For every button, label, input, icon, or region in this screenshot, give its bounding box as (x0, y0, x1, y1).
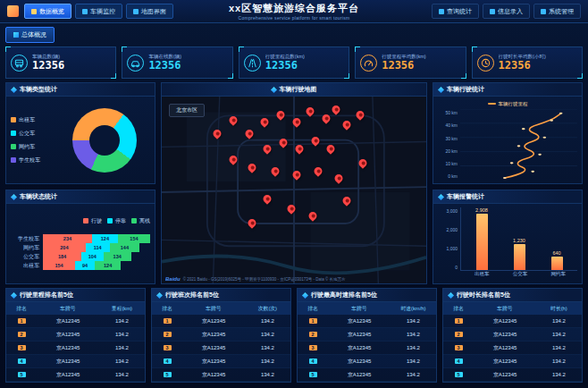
nav-left-item-0[interactable]: 数据概览 (24, 4, 71, 19)
map-pin[interactable] (229, 156, 237, 164)
map-pin[interactable] (311, 137, 319, 145)
table-body: 排名车牌号次数(次)1京A12345134.22京A12345134.23京A1… (152, 302, 290, 382)
vehicle-type-legend: 出租车公交车网约车学生校车 (11, 116, 55, 164)
map-pin[interactable] (292, 118, 300, 126)
table-cell: 1 (298, 315, 328, 328)
map-pin[interactable] (327, 145, 335, 153)
table-cell: 3 (298, 342, 328, 355)
ranking-table: 排名车牌号时长(h)1京A12345134.22京A12345134.23京A1… (443, 302, 582, 382)
table-cell: 京A12345 (474, 315, 536, 328)
nav-item-icon (31, 9, 37, 14)
y-tick-label: 40 km (438, 122, 458, 128)
map-pin[interactable] (335, 174, 343, 182)
table-cell: 2 (298, 328, 328, 342)
tab-overview-label: 总体概况 (21, 30, 46, 39)
nav-item-icon (439, 9, 444, 14)
nav-left-item-1[interactable]: 车辆监控 (75, 4, 122, 19)
map-pin[interactable] (308, 212, 316, 220)
map-pin[interactable] (295, 145, 303, 153)
table-cell: 134.2 (245, 355, 290, 368)
column-header: 车牌号 (37, 302, 99, 315)
rank-badge: 4 (18, 358, 26, 364)
map-pin[interactable] (332, 105, 340, 114)
status-bar-wrap: 15494124 (43, 261, 150, 270)
map-pin[interactable] (261, 118, 269, 126)
y-tick-label: 3,000 (438, 208, 458, 214)
status-bar: 184104134 (43, 252, 131, 261)
vehicle-type-chart-body: 出租车公交车网约车学生校车 (6, 97, 155, 183)
table-cell: 3 (443, 342, 474, 355)
table-row: 5京A12345134.2 (298, 368, 436, 382)
map-region-label[interactable]: 北京市区 (169, 104, 205, 117)
map-pin[interactable] (264, 195, 272, 203)
map-pin[interactable] (343, 197, 351, 205)
nav-right-item-0[interactable]: 查询统计 (432, 4, 479, 19)
table-row: 1京A12345134.2 (152, 315, 290, 328)
map-pin[interactable] (358, 159, 366, 167)
table-cell: 京A12345 (182, 328, 245, 342)
nav-item-label: 地图界面 (141, 8, 166, 14)
map-pin[interactable] (306, 107, 314, 115)
panel-diamond-icon (156, 291, 163, 298)
driving-y-axis: 50 km40 km30 km20 km10 km0 km (438, 109, 458, 180)
map-pin[interactable] (322, 114, 330, 122)
table-cell: 134.2 (536, 368, 582, 382)
nav-right-item-1[interactable]: 信息录入 (483, 4, 530, 19)
vehicle-type-donut-chart (72, 108, 137, 173)
panel-ranking-table-2: 行驶最高时速排名前5位排名车牌号时速(km/h)1京A12345134.22京A… (297, 288, 437, 383)
panel-header: 行驶时长排名前5位 (443, 289, 582, 302)
table-cell: 4 (6, 355, 37, 368)
main-grid: 车辆类型统计 出租车公交车网约车学生校车 车辆状态统计 行驶停靠离线 学生校车2… (5, 82, 583, 284)
map-pin[interactable] (357, 111, 365, 119)
page-subtitle: Comprehensive service platform for smart… (229, 15, 359, 21)
kpi-text: 行驶里程平均数(km)12356 (382, 54, 426, 72)
map-pin[interactable] (248, 219, 256, 227)
status-row: 出租车15494124 (11, 261, 150, 270)
column-header: 排名 (6, 302, 37, 315)
kpi-text: 行驶时长平均数(小时)12356 (499, 54, 546, 72)
table-cell: 京A12345 (328, 328, 391, 342)
y-tick-label: 10 km (438, 161, 458, 166)
map-pin[interactable] (288, 205, 296, 213)
map-pin[interactable] (343, 121, 351, 129)
table-cell: 1 (443, 315, 474, 328)
map-pin[interactable] (248, 164, 256, 172)
driving-line-chart (460, 109, 577, 180)
map-canvas[interactable]: 北京市区 Baidu © 2021 Baidu - GS(2019)6025号 … (162, 97, 426, 283)
map-pin-shape (228, 114, 239, 126)
status-row: 网约车204114144 (11, 243, 150, 252)
table-row: 1京A12345134.2 (298, 315, 436, 328)
table-body: 排名车牌号里程(km)1京A12345134.22京A12345134.23京A… (6, 302, 145, 382)
map-pin[interactable] (280, 139, 288, 147)
table-cell: 134.2 (391, 328, 436, 342)
alarm-bar-0: 2,908 (463, 207, 500, 270)
alarm-bar-2: 640 (538, 207, 575, 270)
map-pin[interactable] (229, 116, 237, 124)
map-pin[interactable] (277, 111, 285, 119)
status-bar-wrap: 204114144 (43, 243, 150, 252)
nav-left-item-2[interactable]: 地图界面 (126, 4, 173, 19)
nav-right-item-2[interactable]: 系统管理 (533, 4, 581, 19)
table-row: 3京A12345134.2 (443, 342, 582, 355)
tab-overview[interactable]: 总体概况 (5, 27, 55, 43)
kpi-value: 12356 (499, 60, 546, 72)
map-pin[interactable] (292, 171, 300, 179)
table-cell: 京A12345 (328, 342, 391, 355)
map-pin[interactable] (264, 145, 272, 153)
map-copyright: Baidu © 2021 Baidu - GS(2019)6025号 - 甲测资… (165, 276, 423, 282)
legend-label: 行驶 (91, 217, 102, 225)
column-header: 车牌号 (182, 302, 245, 315)
table-cell: 2 (152, 328, 182, 342)
map-pin[interactable] (214, 130, 222, 138)
kpi-text: 行驶里程总数(km)12356 (265, 54, 305, 72)
table-cell: 2 (6, 328, 37, 342)
map-pin[interactable] (314, 167, 322, 175)
donut-wrap (59, 108, 150, 173)
left-column: 车辆类型统计 出租车公交车网约车学生校车 车辆状态统计 行驶停靠离线 学生校车2… (5, 82, 155, 284)
status-segment: 154 (43, 261, 75, 270)
map-pin[interactable] (245, 130, 253, 138)
alarm-chart-body: 3,0002,0001,0000 2,9081,230640 出租车公交车网约车 (433, 204, 582, 283)
table-header-row: 排名车牌号里程(km) (6, 302, 145, 315)
y-tick-label: 2,000 (438, 227, 458, 232)
map-pin[interactable] (272, 167, 280, 175)
